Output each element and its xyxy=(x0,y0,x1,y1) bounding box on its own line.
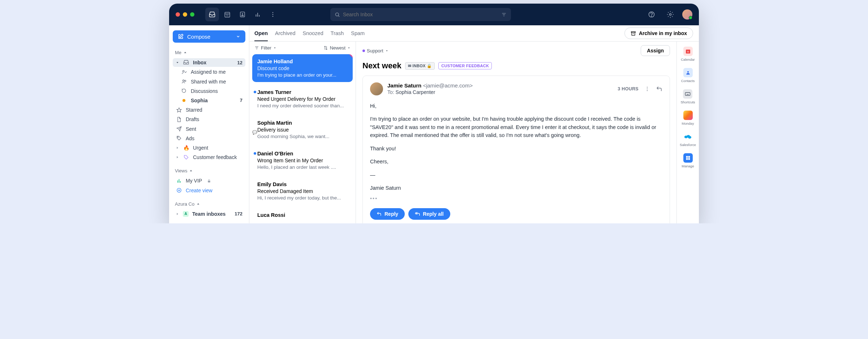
chevron-right-icon xyxy=(176,146,179,150)
filter-button[interactable]: Filter xyxy=(254,45,276,51)
rail-shortcuts[interactable]: Shortcuts xyxy=(680,89,695,104)
subject-row: Next week ✉ INBOX 🔒 CUSTOMER FEEDBACK xyxy=(356,60,676,76)
thread-card[interactable]: Emily Davis Received Damaged Item Hi, I … xyxy=(252,177,353,205)
thread-from: Jamie Holland xyxy=(257,59,348,64)
nav-label: Team inboxes xyxy=(192,211,225,217)
minimize-window[interactable] xyxy=(183,12,187,17)
section-me[interactable]: Me xyxy=(173,48,245,57)
nav-discussions[interactable]: Discussions xyxy=(173,87,245,95)
nav-count: 172 xyxy=(235,211,242,216)
close-window[interactable] xyxy=(176,12,180,17)
reply-button[interactable]: Reply xyxy=(370,208,405,220)
svg-point-50 xyxy=(647,90,648,91)
tab-archived[interactable]: Archived xyxy=(275,30,295,41)
nav-urgent[interactable]: 🔥Urgent xyxy=(173,143,245,152)
nav-feedback[interactable]: Customer feedback xyxy=(173,153,245,162)
thread-card[interactable]: Sophia Martin Delivery issue Good mornin… xyxy=(252,116,353,143)
settings-icon[interactable] xyxy=(663,8,677,21)
chevron-right-icon xyxy=(176,155,179,159)
nav-label: My VIP xyxy=(186,178,202,184)
tab-snoozed[interactable]: Snoozed xyxy=(302,30,323,41)
tab-open[interactable]: Open xyxy=(254,30,268,41)
svg-marker-39 xyxy=(177,213,178,215)
thread-from: Luca Rossi xyxy=(257,212,348,218)
message-actions: Reply Reply all xyxy=(370,208,662,220)
archive-button[interactable]: Archive in my inbox xyxy=(624,27,693,39)
thread-subject: Need Urgent Delivery for My Order xyxy=(257,96,348,102)
thread-subject: Discount code xyxy=(257,65,348,71)
svg-marker-38 xyxy=(197,203,199,205)
message-body: Hi, I'm trying to place an order on your… xyxy=(370,102,662,202)
nav-drafts[interactable]: Drafts xyxy=(173,115,245,124)
section-org[interactable]: Azura Co xyxy=(173,199,245,209)
star-icon xyxy=(176,107,182,113)
reply-all-button[interactable]: Reply all xyxy=(408,208,450,220)
maximize-window[interactable] xyxy=(190,12,194,17)
nav-label: Customer feedback xyxy=(193,154,237,160)
message-header: Jamie Saturn <jamie@acme.com> To: Sophia… xyxy=(370,82,662,95)
thread-card[interactable]: Daniel O'Brien Wrong Item Sent in My Ord… xyxy=(252,146,353,174)
rail-salesforce[interactable]: Salesforce xyxy=(680,132,696,147)
analytics-icon[interactable] xyxy=(251,8,265,21)
calendar-icon[interactable]: 31 xyxy=(220,8,234,21)
rail-manage[interactable]: Manage xyxy=(682,153,694,168)
thread-preview: I need my order delivered sooner than... xyxy=(257,103,348,108)
compose-button[interactable]: Compose xyxy=(173,30,245,43)
search-icon xyxy=(335,12,340,17)
nav-myvip[interactable]: My VIP xyxy=(173,176,245,185)
nav-label: Starred xyxy=(186,107,202,113)
tab-spam[interactable]: Spam xyxy=(351,30,365,41)
nav-create-view[interactable]: Create view xyxy=(173,186,245,195)
message-subject: Next week xyxy=(362,61,401,70)
nav-label: Drafts xyxy=(186,116,199,122)
svg-point-23 xyxy=(184,80,186,82)
more-icon[interactable] xyxy=(644,86,650,92)
svg-rect-40 xyxy=(631,31,635,33)
lock-icon xyxy=(207,179,211,183)
nav-sent[interactable]: Sent xyxy=(173,125,245,133)
rail-contacts[interactable]: Contacts xyxy=(681,68,695,83)
inbox-icon[interactable] xyxy=(205,8,219,21)
thread-preview: Hi, I received my order today, but the..… xyxy=(257,195,348,201)
inbox-icon xyxy=(183,60,189,65)
svg-point-18 xyxy=(670,14,671,16)
thread-from: James Turner xyxy=(257,89,348,95)
more-icon[interactable] xyxy=(266,8,280,21)
nav-shared[interactable]: Shared with me xyxy=(173,77,245,86)
sort-button[interactable]: Newest xyxy=(323,45,351,51)
user-avatar[interactable] xyxy=(682,9,692,20)
category-pill[interactable]: Support xyxy=(362,48,388,53)
svg-point-21 xyxy=(182,70,184,72)
thread-card[interactable]: Jamie Holland Discount code I'm trying t… xyxy=(252,54,353,82)
customer-feedback-badge: CUSTOMER FEEDBACK xyxy=(438,62,492,69)
grid-icon xyxy=(683,153,693,163)
collapsed-indicator[interactable]: ••• xyxy=(370,194,662,202)
rail-calendar[interactable]: 31Calendar xyxy=(681,47,695,61)
contacts-icon[interactable] xyxy=(236,8,249,21)
main-body: Compose Me Inbox 12 Assigned to me Share… xyxy=(169,25,699,223)
section-views[interactable]: Views xyxy=(173,166,245,176)
nav-sophia[interactable]: Sophia7 xyxy=(173,96,245,105)
svg-point-9 xyxy=(272,14,274,15)
search-input[interactable] xyxy=(343,12,501,17)
thread-subject: Received Damaged Item xyxy=(257,188,348,194)
nav-team-inboxes[interactable]: ATeam inboxes172 xyxy=(173,210,245,218)
thread-card[interactable]: James Turner Need Urgent Delivery for My… xyxy=(252,85,353,113)
filter-icon[interactable] xyxy=(501,12,507,17)
nav-inbox[interactable]: Inbox 12 xyxy=(173,58,245,67)
svg-rect-66 xyxy=(688,158,690,160)
rail-monday[interactable]: Monday xyxy=(682,111,694,125)
thread-subject: Delivery issue xyxy=(257,127,348,133)
nav-ads[interactable]: Ads xyxy=(173,134,245,143)
nav-starred[interactable]: Starred xyxy=(173,106,245,114)
nav-assigned[interactable]: Assigned to me xyxy=(173,68,245,76)
help-icon[interactable] xyxy=(645,8,658,21)
tab-trash[interactable]: Trash xyxy=(331,30,344,41)
reply-icon[interactable] xyxy=(656,86,662,92)
compose-label: Compose xyxy=(187,34,210,40)
nav-count: 12 xyxy=(237,60,242,65)
assign-button[interactable]: Assign xyxy=(641,45,670,56)
search-bar[interactable] xyxy=(330,8,511,21)
thread-card[interactable]: Luca Rossi xyxy=(252,208,353,222)
tag-icon xyxy=(176,136,182,141)
